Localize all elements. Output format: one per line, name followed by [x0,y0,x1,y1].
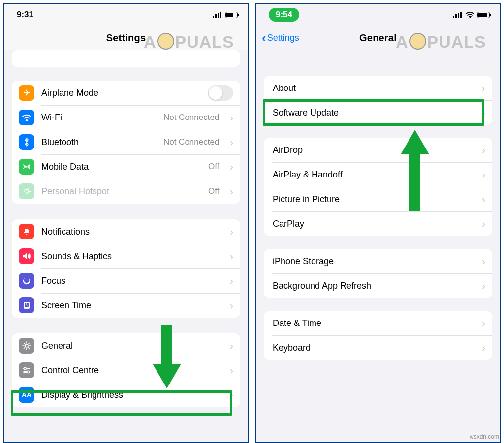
group-datetime: Date & Time › Keyboard › [264,311,492,360]
svg-rect-0 [213,16,214,18]
group-network: ✈ Airplane Mode Wi-Fi Not Connected › [12,81,240,204]
chevron-right-icon: › [230,300,233,311]
row-picture-in-picture[interactable]: Picture in Picture › [264,187,492,211]
row-sounds-haptics[interactable]: Sounds & Haptics › [12,244,240,268]
nav-header: ‹ Settings General [256,26,500,50]
cellular-signal-icon [213,12,222,18]
row-mobile-data[interactable]: Mobile Data Off › [12,154,240,179]
status-bar: 9:31 [4,4,248,26]
phone-general: 9:54 ‹ Settings General A [255,3,501,443]
row-label: iPhone Storage [273,256,471,266]
footer-url: wsxdn.com [470,433,499,440]
chevron-right-icon: › [482,318,485,329]
row-label: General [41,341,219,351]
row-wifi[interactable]: Wi-Fi Not Connected › [12,105,240,130]
row-label: Airplane Mode [41,88,201,98]
chevron-right-icon: › [482,107,485,118]
row-label: Screen Time [41,300,219,311]
profile-card-placeholder[interactable] [12,50,240,67]
back-button[interactable]: ‹ Settings [262,31,299,44]
svg-point-8 [26,166,28,168]
row-label: Picture in Picture [273,194,471,205]
display-icon: AA [19,387,34,403]
row-label: Keyboard [273,343,471,353]
row-general[interactable]: General › [12,333,240,358]
status-indicators [453,12,491,18]
chevron-right-icon: › [230,251,233,262]
svg-rect-17 [455,14,457,18]
svg-rect-19 [460,12,462,18]
row-focus[interactable]: Focus › [12,268,240,293]
svg-rect-3 [220,12,221,18]
battery-icon [477,12,491,18]
chevron-right-icon: › [482,342,485,354]
row-bluetooth[interactable]: Bluetooth Not Connected › [12,130,240,154]
svg-rect-2 [218,13,219,18]
row-control-centre[interactable]: Control Centre › [12,358,240,383]
airplane-icon: ✈ [19,85,34,101]
row-value: Not Connected [163,113,219,122]
row-label: Software Update [273,108,471,118]
row-date-time[interactable]: Date & Time › [264,311,492,335]
chevron-right-icon: › [230,186,233,197]
row-screen-time[interactable]: Screen Time › [12,293,240,318]
row-label: AirPlay & Handoff [273,170,471,180]
chevron-right-icon: › [482,83,485,94]
row-background-app-refresh[interactable]: Background App Refresh › [264,273,492,298]
svg-point-20 [470,17,471,18]
chevron-right-icon: › [230,365,233,376]
row-carplay[interactable]: CarPlay › [264,211,492,236]
battery-icon [225,12,239,18]
row-airplane-mode[interactable]: ✈ Airplane Mode [12,81,240,105]
row-value: Not Connected [163,137,219,147]
row-label: AirDrop [273,145,471,155]
group-system: General › Control Centre › AA Display & … [12,333,240,407]
chevron-right-icon: › [230,226,233,237]
status-bar: 9:54 [256,4,500,26]
content-area: ✈ Airplane Mode Wi-Fi Not Connected › [4,50,248,442]
svg-rect-16 [453,16,454,18]
row-about[interactable]: About › [264,76,492,100]
row-label: Display & Brightness [41,390,219,400]
page-title: General [359,32,397,44]
row-notifications[interactable]: Notifications › [12,219,240,244]
group-storage: iPhone Storage › Background App Refresh … [264,249,492,298]
sounds-icon [19,248,34,264]
row-software-update[interactable]: Software Update › [264,100,492,125]
chevron-right-icon: › [230,389,233,401]
chevron-right-icon: › [230,275,233,287]
row-label: Wi-Fi [41,113,157,123]
wifi-icon [466,12,474,18]
svg-rect-23 [490,14,491,16]
row-personal-hotspot[interactable]: Personal Hotspot Off › [12,179,240,204]
nav-header: Settings [4,26,248,50]
row-iphone-storage[interactable]: iPhone Storage › [264,249,492,273]
row-label: Mobile Data [41,162,201,172]
row-keyboard[interactable]: Keyboard › [264,335,492,360]
row-label: Notifications [41,227,219,237]
svg-rect-5 [226,13,233,17]
antenna-icon [19,159,34,175]
row-airdrop[interactable]: AirDrop › [264,138,492,162]
row-airplay-handoff[interactable]: AirPlay & Handoff › [264,162,492,187]
gear-icon [19,338,34,354]
airplane-toggle[interactable] [208,85,233,101]
page-title: Settings [106,32,146,44]
row-label: Personal Hotspot [41,186,201,197]
cellular-signal-icon [453,12,463,18]
row-label: Background App Refresh [273,281,471,291]
row-label: About [273,83,471,93]
row-display-brightness[interactable]: AA Display & Brightness › [12,383,240,407]
content-area: About › Software Update › AirDrop › AirP… [256,50,500,442]
chevron-right-icon: › [230,112,233,123]
row-label: Sounds & Haptics [41,251,219,262]
group-sharing: AirDrop › AirPlay & Handoff › Picture in… [264,138,492,236]
wifi-icon [19,110,34,125]
screen-time-icon [19,297,34,313]
group-attention: Notifications › Sounds & Haptics › Focus… [12,219,240,318]
row-label: Control Centre [41,365,219,376]
chevron-right-icon: › [482,218,485,230]
row-label: Bluetooth [41,137,157,148]
back-label: Settings [267,33,299,43]
status-indicators [213,12,239,18]
